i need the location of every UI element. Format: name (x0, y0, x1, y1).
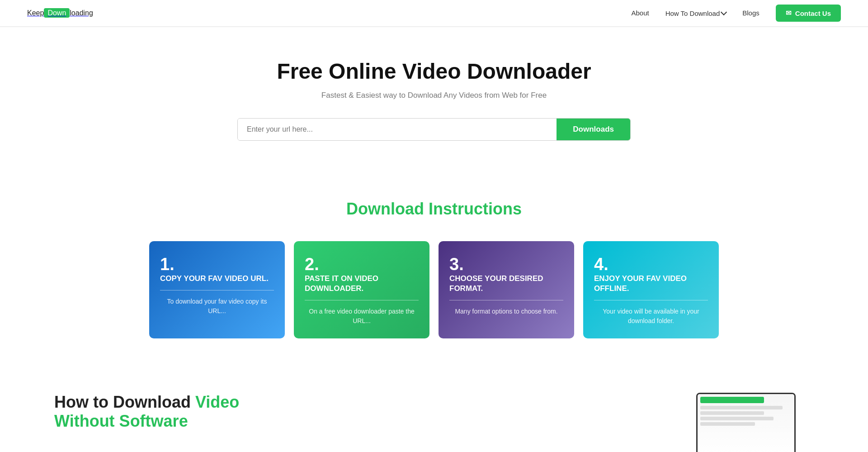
laptop-line-1 (700, 406, 783, 409)
card-title-2: Paste it on video downloader. (305, 274, 419, 294)
instructions-section: Download Instructions 1. Copy your Fav V… (0, 163, 868, 366)
nav-links: About How To Download Blogs ✉ Contact Us (631, 5, 841, 22)
card-number-2: 2. (305, 256, 419, 273)
logo[interactable]: KeepDownloading (27, 9, 93, 17)
url-search-bar: Downloads (237, 118, 631, 141)
contact-us-button[interactable]: ✉ Contact Us (776, 5, 841, 22)
url-input[interactable] (238, 119, 557, 140)
card-number-3: 3. (449, 256, 563, 273)
instruction-cards: 1. Copy your Fav Video URL. To download … (27, 241, 841, 338)
nav-item-about[interactable]: About (631, 9, 649, 17)
card-desc-4: Your video will be available in your dow… (594, 307, 708, 326)
instruction-card-1: 1. Copy your Fav Video URL. To download … (149, 241, 285, 338)
nav-how-to-link[interactable]: How To Download (665, 10, 726, 17)
card-title-1: Copy your Fav Video URL. (160, 274, 274, 284)
logo-keep: Keep (27, 9, 44, 17)
laptop-line-2 (700, 411, 764, 415)
hero-section: Free Online Video Downloader Fastest & E… (0, 27, 868, 163)
laptop-bar (700, 397, 764, 403)
card-title-3: Choose your desired format. (449, 274, 563, 294)
card-divider-1 (160, 290, 274, 290)
card-desc-3: Many format options to choose from. (449, 307, 563, 316)
nav-item-how-to-download[interactable]: How To Download (665, 10, 726, 17)
card-divider-4 (594, 300, 708, 300)
nav-item-contact[interactable]: ✉ Contact Us (776, 5, 841, 22)
hero-subtitle: Fastest & Easiest way to Download Any Vi… (9, 91, 859, 100)
logo-loading: loading (70, 9, 93, 17)
instruction-card-3: 3. Choose your desired format. Many form… (439, 241, 574, 338)
instructions-heading: Download Instructions (27, 200, 841, 219)
nav-about-link[interactable]: About (631, 9, 649, 17)
how-to-text: How to Download Video Without Software (54, 393, 420, 433)
contact-icon: ✉ (786, 9, 792, 17)
how-to-section: How to Download Video Without Software (0, 366, 868, 452)
laptop-mockup (696, 393, 814, 452)
instruction-card-2: 2. Paste it on video downloader. On a fr… (294, 241, 429, 338)
nav-item-blogs[interactable]: Blogs (742, 9, 760, 17)
card-title-4: Enjoy your fav video offline. (594, 274, 708, 294)
nav-blogs-link[interactable]: Blogs (742, 9, 760, 17)
instruction-card-4: 4. Enjoy your fav video offline. Your vi… (583, 241, 719, 338)
laptop-screen-inner (698, 394, 794, 452)
page-title: Free Online Video Downloader (9, 59, 859, 84)
how-to-image (448, 393, 814, 452)
card-number-4: 4. (594, 256, 708, 273)
card-divider-2 (305, 300, 419, 300)
laptop-line-3 (700, 417, 774, 420)
card-divider-3 (449, 300, 563, 300)
navbar: KeepDownloading About How To Download Bl… (0, 0, 868, 27)
how-to-heading: How to Download Video Without Software (54, 393, 420, 431)
download-button[interactable]: Downloads (557, 119, 630, 140)
laptop-line-4 (700, 422, 755, 426)
laptop-screen (696, 393, 796, 452)
card-desc-2: On a free video downloader paste the URL… (305, 307, 419, 326)
card-number-1: 1. (160, 256, 274, 273)
logo-down: Down (44, 8, 70, 18)
chevron-down-icon (721, 9, 727, 15)
card-desc-1: To download your fav video copy its URL.… (160, 297, 274, 316)
